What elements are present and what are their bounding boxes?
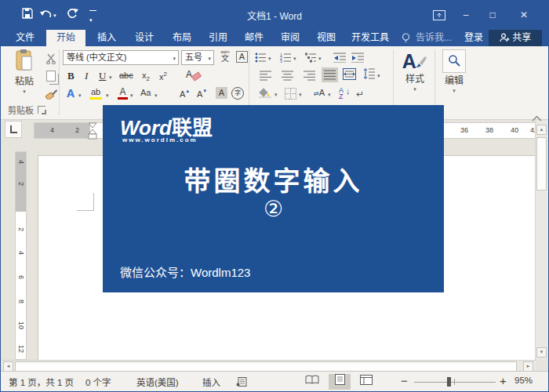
zoom-in-button[interactable]: +: [500, 374, 507, 387]
asian-layout-dropdown-icon[interactable]: ▾: [328, 92, 331, 97]
bullet-list-icon[interactable]: [255, 52, 267, 66]
page-indicator[interactable]: 第 1 页，共 1 页: [9, 376, 74, 388]
tab-developer[interactable]: 开发工具: [344, 30, 396, 46]
maximize-button[interactable]: □: [479, 1, 506, 30]
italic-button[interactable]: I: [85, 70, 88, 82]
tab-design[interactable]: 设计: [126, 30, 162, 46]
web-layout-button[interactable]: [355, 374, 377, 390]
highlight-dropdown-icon[interactable]: ▾: [106, 93, 109, 98]
borders-icon[interactable]: [285, 88, 296, 100]
macro-record-icon[interactable]: [236, 377, 247, 388]
enclose-characters-icon[interactable]: 字: [231, 87, 244, 100]
change-case-dropdown-icon[interactable]: ▾: [155, 93, 158, 98]
ruler-number: 12: [17, 345, 25, 353]
text-effects-dropdown-icon[interactable]: ▾: [78, 93, 82, 98]
zoom-out-button[interactable]: −: [401, 374, 408, 387]
word-count[interactable]: 0 个字: [85, 376, 111, 388]
close-button[interactable]: ✕: [511, 1, 537, 30]
paste-button[interactable]: 粘贴 ▾: [5, 49, 43, 103]
vertical-ruler[interactable]: 4 2 2 4 6 8 10 12: [15, 151, 27, 360]
insert-mode-indicator[interactable]: 插入: [202, 376, 220, 388]
font-color-button[interactable]: A: [118, 87, 128, 100]
tab-mailings[interactable]: 邮件: [236, 30, 272, 46]
copy-icon[interactable]: [46, 71, 56, 82]
indent-markers[interactable]: [88, 122, 97, 143]
svg-text:3: 3: [280, 59, 282, 63]
shrink-font-button[interactable]: A▼: [197, 89, 207, 99]
shading-bucket-icon[interactable]: [258, 87, 272, 102]
line-spacing-icon[interactable]: [363, 68, 375, 82]
read-mode-button[interactable]: [301, 374, 323, 390]
align-left-icon[interactable]: [260, 70, 271, 84]
tab-selector[interactable]: [5, 121, 22, 138]
zoom-level[interactable]: 95%: [514, 376, 533, 385]
tab-file[interactable]: 文件: [9, 30, 42, 46]
paste-dropdown-icon: ▾: [5, 89, 43, 94]
underline-dropdown-icon[interactable]: ▾: [109, 74, 112, 80]
zoom-slider-center-tick: [454, 379, 455, 385]
multilevel-list-dropdown-icon[interactable]: ▾: [318, 56, 322, 61]
numbered-list-dropdown-icon[interactable]: ▾: [293, 56, 296, 61]
tab-layout[interactable]: 布局: [164, 30, 200, 46]
styles-button[interactable]: A 样式 ▾: [398, 49, 432, 101]
show-marks-icon[interactable]: ↵: [356, 89, 364, 100]
text-effects-button[interactable]: A: [67, 87, 75, 100]
decrease-indent-icon[interactable]: [333, 52, 346, 66]
align-center-icon[interactable]: [282, 70, 293, 84]
tab-view[interactable]: 视图: [308, 30, 344, 46]
distribute-text-icon[interactable]: [343, 68, 356, 83]
shading-dropdown-icon[interactable]: ▾: [274, 92, 278, 97]
tab-review[interactable]: 审阅: [272, 30, 308, 46]
ribbon-display-options-icon[interactable]: [426, 1, 453, 30]
zoom-slider-track[interactable]: [414, 382, 496, 383]
editing-button[interactable]: 编辑 ▾: [438, 49, 470, 101]
sign-in-link[interactable]: 登录: [459, 30, 489, 46]
font-color-dropdown-icon[interactable]: ▾: [130, 93, 133, 98]
phonetic-guide-icon[interactable]: wén 文: [218, 49, 232, 63]
language-indicator[interactable]: 英语(美国): [136, 376, 179, 388]
borders-dropdown-icon[interactable]: ▾: [299, 92, 302, 97]
align-right-icon[interactable]: [304, 70, 315, 84]
bullet-list-dropdown-icon[interactable]: ▾: [268, 56, 271, 61]
vertical-scrollbar[interactable]: ▲ ▼: [535, 121, 548, 360]
underline-button[interactable]: U: [99, 70, 106, 82]
cut-icon[interactable]: [45, 53, 57, 67]
share-label: 共享: [512, 32, 531, 43]
font-name-combobox[interactable]: 等线 (中文正文)▾: [63, 50, 179, 65]
multilevel-list-icon[interactable]: [305, 52, 317, 66]
ruler-number: 38: [485, 126, 493, 134]
tab-insert[interactable]: 插入: [89, 30, 125, 46]
tab-stop-L-icon: [10, 125, 17, 133]
tab-home[interactable]: 开始: [46, 30, 85, 46]
scroll-up-icon[interactable]: ▲: [536, 125, 547, 135]
vertical-scroll-thumb[interactable]: [536, 137, 547, 191]
numbered-list-icon[interactable]: 123: [280, 52, 292, 66]
zoom-slider-handle[interactable]: [447, 377, 451, 387]
font-name-dropdown-icon: ▾: [173, 56, 176, 61]
paste-clipboard-icon: [16, 49, 33, 71]
asian-layout-button[interactable]: ⇄A: [314, 89, 325, 97]
character-border-icon[interactable]: A: [236, 51, 248, 63]
subscript-button[interactable]: x2: [142, 71, 150, 82]
font-size-combobox[interactable]: 五号▾: [181, 50, 214, 65]
superscript-button[interactable]: x2: [159, 71, 167, 82]
clipboard-dialog-launcher-icon[interactable]: [38, 106, 45, 114]
tab-references[interactable]: 引用: [200, 30, 236, 46]
strikethrough-button[interactable]: abc: [119, 71, 133, 80]
grow-font-button[interactable]: A▲: [180, 89, 190, 99]
tab-tell-me[interactable]: 告诉我...: [413, 30, 454, 46]
increase-indent-icon[interactable]: [351, 52, 364, 66]
highlight-button[interactable]: ab: [89, 88, 102, 100]
change-case-button[interactable]: Aa: [140, 89, 151, 97]
character-shading-button[interactable]: A: [216, 87, 227, 99]
clear-formatting-button[interactable]: A: [186, 69, 192, 80]
line-spacing-dropdown-icon[interactable]: ▾: [377, 73, 380, 78]
print-layout-button[interactable]: [329, 374, 351, 390]
format-painter-icon[interactable]: [45, 88, 58, 103]
minimize-button[interactable]: –: [453, 1, 479, 30]
justify-button[interactable]: [322, 67, 338, 82]
scroll-down-icon[interactable]: ▼: [536, 347, 547, 358]
sort-button[interactable]: A Z ↓: [339, 87, 344, 100]
share-button[interactable]: 共享: [489, 30, 542, 46]
bold-button[interactable]: B: [67, 70, 75, 82]
